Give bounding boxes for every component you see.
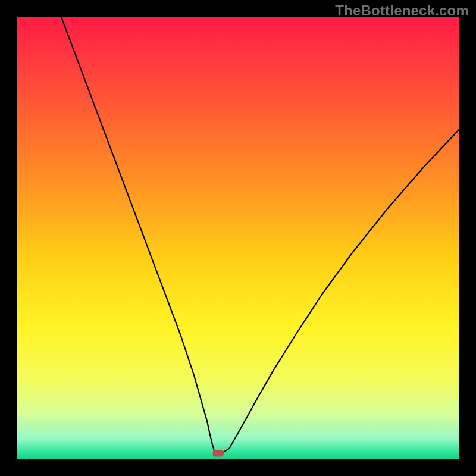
chart-frame: TheBottleneck.com [0,0,476,476]
plot-area [17,17,459,459]
operating-point-marker [213,450,224,457]
gradient-background [17,17,459,459]
watermark-text: TheBottleneck.com [335,2,469,19]
chart-svg [17,17,459,459]
